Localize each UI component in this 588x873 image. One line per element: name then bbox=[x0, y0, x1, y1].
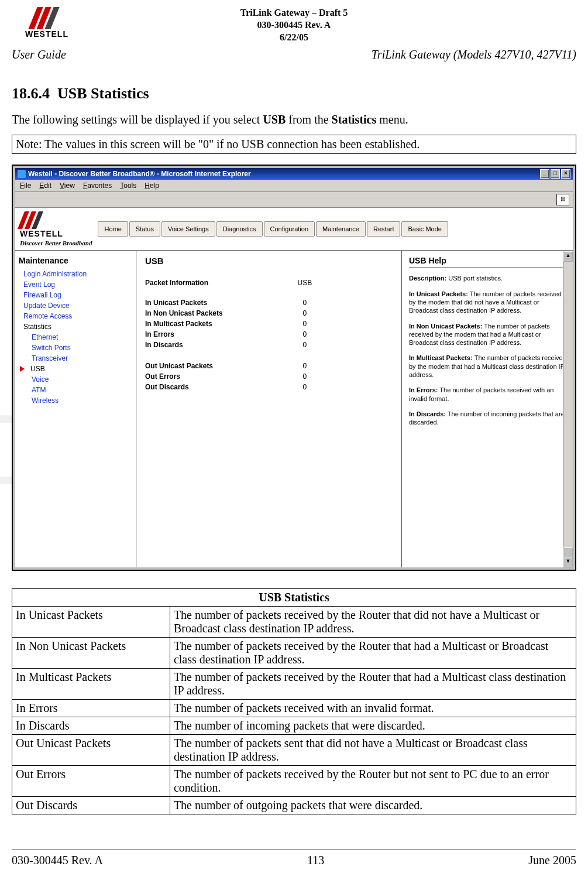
sidebar-item-atm[interactable]: ATM bbox=[19, 385, 133, 395]
def-r6-key: Out Unicast Packets bbox=[12, 735, 170, 766]
sidebar-item-event-log[interactable]: Event Log bbox=[19, 279, 133, 290]
tab-home[interactable]: Home bbox=[98, 221, 128, 237]
current-marker-icon bbox=[20, 366, 25, 372]
browser-menubar: File Edit View Favorites Tools Help bbox=[15, 180, 573, 192]
intro-mid: from the bbox=[286, 113, 331, 126]
def-r3-val: The number of packets received by the Ro… bbox=[170, 669, 576, 700]
app-brand-name: WESTELL bbox=[20, 229, 63, 238]
tab-diagnostics[interactable]: Diagnostics bbox=[216, 221, 263, 237]
browser-toolbar: ⊞ bbox=[15, 192, 573, 208]
westell-logo: WESTELL bbox=[12, 7, 82, 39]
intro-suffix: menu. bbox=[376, 113, 408, 126]
def-r8-key: Out Discards bbox=[12, 797, 170, 814]
tab-restart[interactable]: Restart bbox=[367, 221, 400, 237]
help-in-non-unicast: In Non Unicast Packets: The number of pa… bbox=[409, 322, 567, 347]
def-r5-key: In Discards bbox=[12, 717, 170, 735]
window-close-button[interactable]: × bbox=[561, 169, 570, 179]
intro-prefix: The following settings will be displayed… bbox=[12, 113, 263, 126]
westell-mark-icon bbox=[30, 7, 63, 28]
sidebar: Maintenance Login Administration Event L… bbox=[15, 251, 137, 567]
row-in-unicast-label: In Unicast Packets bbox=[145, 297, 291, 308]
app-header: WESTELL Discover Better Broadband Home S… bbox=[15, 208, 573, 251]
menu-file[interactable]: File bbox=[20, 182, 31, 190]
def-r8-val: The number of outgoing packets that were… bbox=[170, 797, 576, 814]
row-in-errors-value: 0 bbox=[291, 329, 318, 340]
menu-help[interactable]: Help bbox=[145, 182, 159, 190]
intro-usb: USB bbox=[263, 113, 286, 126]
help-description: Description: USB port statistics. bbox=[409, 274, 567, 282]
sidebar-item-login-admin[interactable]: Login Administration bbox=[19, 269, 133, 279]
row-in-discards-value: 0 bbox=[291, 340, 318, 350]
sidebar-heading: Maintenance bbox=[19, 256, 133, 265]
help-in-discards: In Discards: The number of incoming pack… bbox=[409, 410, 567, 427]
sidebar-item-switch-ports[interactable]: Switch Ports bbox=[19, 343, 133, 353]
row-out-unicast-value: 0 bbox=[291, 361, 318, 371]
row-in-unicast-value: 0 bbox=[291, 297, 318, 308]
tab-basic-mode[interactable]: Basic Mode bbox=[401, 221, 448, 237]
sidebar-item-remote-access[interactable]: Remote Access bbox=[19, 311, 133, 321]
row-in-multicast-label: In Multicast Packets bbox=[145, 319, 291, 329]
scrollbar[interactable]: ▲ ▼ bbox=[563, 251, 573, 567]
browser-titlebar[interactable]: Westell - Discover Better Broadband® - M… bbox=[15, 168, 573, 180]
help-panel: USB Help Description: USB port statistic… bbox=[401, 251, 573, 567]
window-maximize-button[interactable]: □ bbox=[551, 169, 560, 179]
row-in-errors-label: In Errors bbox=[145, 329, 291, 340]
row-out-errors-label: Out Errors bbox=[145, 371, 291, 382]
sidebar-item-usb[interactable]: USB bbox=[27, 364, 45, 374]
definition-table: USB Statistics In Unicast PacketsThe num… bbox=[12, 588, 576, 814]
doc-title: TriLink Gateway – Draft 5 bbox=[82, 7, 506, 19]
intro-statistics: Statistics bbox=[332, 113, 377, 126]
row-out-discards-label: Out Discards bbox=[145, 382, 291, 392]
app-content: WESTELL Discover Better Broadband Home S… bbox=[15, 208, 573, 567]
def-r2-key: In Non Unicast Packets bbox=[12, 638, 170, 669]
content-pane: USB Packet Information USB In Unicast Pa… bbox=[137, 251, 401, 567]
footer-right: June 2005 bbox=[528, 854, 576, 867]
ie-icon bbox=[18, 170, 26, 178]
sidebar-item-voice[interactable]: Voice bbox=[19, 374, 133, 385]
section-number: 18.6.4 bbox=[12, 85, 50, 102]
scroll-down-icon[interactable]: ▼ bbox=[563, 557, 573, 567]
note-box: Note: The values in this screen will be … bbox=[12, 135, 576, 154]
menu-favorites[interactable]: Favorites bbox=[83, 182, 112, 190]
row-out-discards-value: 0 bbox=[291, 382, 318, 392]
menu-edit[interactable]: Edit bbox=[39, 182, 51, 190]
def-r2-val: The number of packets received by the Ro… bbox=[170, 638, 576, 669]
scroll-up-icon[interactable]: ▲ bbox=[563, 251, 573, 262]
help-in-errors: In Errors: The number of packets receive… bbox=[409, 386, 567, 403]
row-in-non-unicast-label: In Non Unicast Packets bbox=[145, 308, 291, 319]
def-r5-val: The number of incoming packets that were… bbox=[170, 717, 576, 735]
sidebar-item-ethernet[interactable]: Ethernet bbox=[19, 332, 133, 343]
packet-info-header: Packet Information bbox=[145, 276, 291, 289]
ie-throbber-icon: ⊞ bbox=[556, 194, 569, 206]
browser-title: Westell - Discover Better Broadband® - M… bbox=[28, 170, 251, 178]
doc-partnum: 030-300445 Rev. A bbox=[82, 19, 506, 32]
tab-maintenance[interactable]: Maintenance bbox=[316, 221, 366, 237]
def-r4-key: In Errors bbox=[12, 700, 170, 717]
footer-left: 030-300445 Rev. A bbox=[12, 854, 103, 867]
section-heading: 18.6.4 USB Statistics bbox=[12, 85, 576, 102]
sidebar-item-firewall-log[interactable]: Firewall Log bbox=[19, 290, 133, 300]
def-r7-val: The number of packets received by the Ro… bbox=[170, 766, 576, 797]
window-minimize-button[interactable]: _ bbox=[540, 169, 549, 179]
row-out-errors-value: 0 bbox=[291, 371, 318, 382]
help-in-unicast: In Unicast Packets: The number of packet… bbox=[409, 290, 567, 315]
screenshot-frame: Westell - Discover Better Broadband® - M… bbox=[12, 165, 576, 571]
sidebar-item-update-device[interactable]: Update Device bbox=[19, 300, 133, 311]
packet-col-usb: USB bbox=[291, 276, 318, 289]
packet-table: Packet Information USB In Unicast Packet… bbox=[145, 276, 318, 392]
row-out-unicast-label: Out Unicast Packets bbox=[145, 361, 291, 371]
def-r4-val: The number of packets received with an i… bbox=[170, 700, 576, 717]
def-r7-key: Out Errors bbox=[12, 766, 170, 797]
tab-configuration[interactable]: Configuration bbox=[264, 221, 315, 237]
tab-voice-settings[interactable]: Voice Settings bbox=[161, 221, 215, 237]
sidebar-item-transceiver[interactable]: Transceiver bbox=[19, 353, 133, 364]
sidebar-item-wireless[interactable]: Wireless bbox=[19, 395, 133, 406]
tab-status[interactable]: Status bbox=[129, 221, 160, 237]
help-heading: USB Help bbox=[409, 256, 567, 268]
menu-tools[interactable]: Tools bbox=[120, 182, 136, 190]
menu-view[interactable]: View bbox=[60, 182, 75, 190]
app-body: Maintenance Login Administration Event L… bbox=[15, 251, 573, 567]
deftable-title: USB Statistics bbox=[12, 589, 576, 607]
sidebar-item-statistics[interactable]: Statistics bbox=[19, 321, 133, 332]
def-r1-val: The number of packets received by the Ro… bbox=[170, 607, 576, 638]
